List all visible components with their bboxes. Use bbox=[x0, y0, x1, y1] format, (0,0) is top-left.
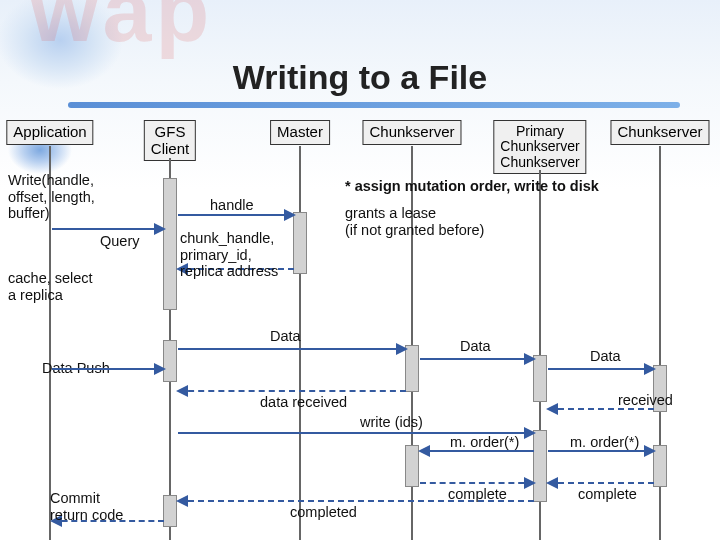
activation-primary-write bbox=[533, 430, 547, 502]
sequence-diagram: Application GFSClient Master Chunkserver… bbox=[0, 120, 720, 540]
activation-client-2 bbox=[163, 340, 177, 382]
arrow-data-received bbox=[178, 390, 406, 391]
lifeline-application: Application bbox=[6, 120, 93, 145]
title-underline bbox=[68, 102, 680, 108]
note-assign: * assign mutation order, write to disk bbox=[345, 178, 599, 195]
label-cache-select: cache, selecta replica bbox=[8, 270, 93, 303]
label-write-ids: write (ids) bbox=[360, 414, 423, 431]
lifeline-gfs-client: GFSClient bbox=[144, 120, 196, 161]
lifeline-primary-chunkserver: PrimaryChunkserverChunkserver bbox=[493, 120, 586, 174]
lifeline-chunkserver-1: Chunkserver bbox=[362, 120, 461, 145]
lifeline-chunkserver-2: Chunkserver bbox=[610, 120, 709, 145]
arrow-completed bbox=[178, 500, 534, 501]
arrow-write-call bbox=[52, 228, 164, 229]
label-data-received: data received bbox=[260, 394, 347, 411]
label-received: received bbox=[618, 392, 673, 409]
arrow-data-push bbox=[52, 368, 164, 369]
label-data-2: Data bbox=[460, 338, 491, 355]
label-handle: handle bbox=[210, 197, 254, 214]
arrow-complete-2 bbox=[548, 482, 654, 483]
label-write-call: Write(handle,offset, length,buffer) bbox=[8, 172, 95, 222]
activation-cs1-write bbox=[405, 445, 419, 487]
arrow-write-ids bbox=[178, 432, 534, 433]
arrow-complete-1 bbox=[420, 482, 534, 483]
arrow-data-2 bbox=[420, 358, 534, 359]
arrow-data-1 bbox=[178, 348, 406, 349]
label-complete-2: complete bbox=[578, 486, 637, 503]
label-morder-2: m. order(*) bbox=[570, 434, 639, 451]
arrow-handle bbox=[178, 214, 294, 215]
page-title: Writing to a File bbox=[0, 58, 720, 97]
label-query: Query bbox=[100, 233, 140, 250]
activation-client-3 bbox=[163, 495, 177, 527]
label-data-3: Data bbox=[590, 348, 621, 365]
label-completed: completed bbox=[290, 504, 357, 521]
arrow-data-3 bbox=[548, 368, 654, 369]
lifeline-master: Master bbox=[270, 120, 330, 145]
label-commit: Commitreturn code bbox=[50, 490, 123, 523]
label-data-1: Data bbox=[270, 328, 301, 345]
watermark: wap bbox=[30, 0, 213, 62]
activation-master bbox=[293, 212, 307, 274]
label-morder-1: m. order(*) bbox=[450, 434, 519, 451]
activation-client-1 bbox=[163, 178, 177, 310]
note-lease: grants a lease(if not granted before) bbox=[345, 205, 484, 240]
label-chunk-reply: chunk_handle,primary_id,replica address bbox=[180, 230, 278, 280]
